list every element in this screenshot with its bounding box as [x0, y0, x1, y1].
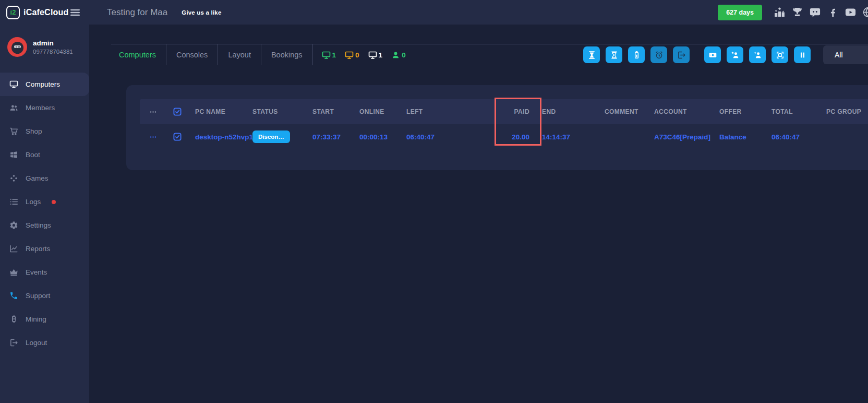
add-member-button[interactable]	[749, 46, 766, 63]
alarm-icon	[655, 51, 664, 60]
ranking-icon[interactable]	[774, 6, 786, 18]
member-actions-group	[704, 46, 811, 63]
logout-icon	[9, 338, 18, 347]
sidebar-item-shop[interactable]: Shop	[0, 120, 89, 143]
avatar	[7, 37, 27, 57]
counter-value: 1	[332, 51, 336, 59]
users-icon	[9, 103, 18, 112]
user-plus-icon	[753, 51, 762, 60]
youtube-icon[interactable]	[845, 6, 857, 18]
pcs-busy-counter[interactable]: 0	[345, 51, 359, 60]
cell-start: 07:33:37	[306, 133, 353, 141]
gear-icon	[9, 221, 18, 230]
sidebar-item-reports[interactable]: Reports	[0, 237, 89, 260]
gamepad-icon	[9, 174, 18, 183]
pause-button[interactable]	[794, 46, 811, 63]
cell-select	[166, 132, 189, 141]
bitcoin-icon	[9, 315, 18, 324]
sidebar-item-logout[interactable]: Logout	[0, 331, 89, 354]
pc-group-filter-select[interactable]: All	[823, 45, 868, 64]
column-header-pc_name: PC NAME	[189, 108, 246, 115]
cell-actions	[140, 133, 166, 141]
monitor-icon	[9, 80, 18, 89]
toolbar: ComputersConsolesLayoutBookings 1010 All	[111, 44, 868, 65]
discord-icon[interactable]	[809, 6, 821, 18]
sidebar-item-label: Settings	[26, 221, 51, 229]
sidebar-item-label: Logout	[26, 339, 47, 347]
hourglass-filled-icon	[587, 51, 596, 60]
cell-left: 06:40:47	[400, 133, 450, 141]
members-online-counter[interactable]: 0	[391, 51, 406, 60]
topbar-right: 627 days	[718, 5, 868, 20]
trophy-icon[interactable]	[791, 6, 803, 18]
sidebar-item-mining[interactable]: Mining	[0, 307, 89, 331]
sidebar-item-events[interactable]: Events	[0, 260, 89, 284]
column-header-left: LEFT	[400, 108, 450, 115]
sign-out-icon	[677, 51, 686, 60]
page-title: Testing for Maa	[107, 7, 167, 18]
row-actions-button[interactable]	[149, 133, 157, 141]
sidebar-item-boot[interactable]: Boot	[0, 143, 89, 167]
cell-end: 14:14:37	[536, 133, 598, 141]
checkout-button[interactable]	[673, 46, 690, 63]
select-all-checkbox[interactable]	[173, 107, 182, 116]
sidebar-item-label: Events	[26, 268, 47, 276]
counter-value: 1	[379, 51, 383, 59]
crown-icon	[9, 268, 18, 277]
row-checkbox[interactable]	[173, 132, 182, 141]
sidebar-item-label: Members	[26, 104, 55, 112]
session-actions-group	[583, 46, 690, 63]
subscription-days-button[interactable]: 627 days	[718, 5, 762, 20]
table-header-row: PC NAMESTATUSSTARTONLINELEFTPAIDENDCOMME…	[140, 99, 868, 124]
sidebar-item-logs[interactable]: Logs	[0, 190, 89, 214]
tab-computers[interactable]: Computers	[111, 44, 166, 65]
sidebar-item-members[interactable]: Members	[0, 96, 89, 120]
sidebar-item-games[interactable]: Games	[0, 167, 89, 190]
phone-icon	[9, 291, 18, 300]
cell-online: 00:00:13	[353, 133, 400, 141]
pcs-offline-counter[interactable]: 1	[368, 51, 383, 60]
tab-consoles[interactable]: Consoles	[166, 44, 218, 65]
toolbar-actions: All	[583, 45, 868, 64]
column-header-start: START	[306, 108, 353, 115]
cell-pc_name: desktop-n52hvp1	[189, 133, 246, 141]
column-header-total: TOTAL	[765, 108, 820, 115]
tab-bar: ComputersConsolesLayoutBookings	[111, 44, 313, 65]
sidebar-nav: ComputersMembersShopBootGamesLogsSetting…	[0, 73, 89, 354]
facebook-icon[interactable]	[827, 6, 839, 18]
column-header-status: STATUS	[246, 108, 306, 115]
pcs-online-counter[interactable]: 1	[322, 51, 336, 60]
status-counters: 1010	[322, 51, 406, 60]
monitor-icon	[368, 51, 377, 60]
user-star-icon	[731, 51, 740, 60]
alarm-button[interactable]	[650, 46, 667, 63]
sidebar: i2 iCafeCloud admin 097778704381 Compute…	[0, 0, 89, 403]
user-name: admin	[33, 39, 73, 47]
cash-icon	[708, 51, 717, 60]
add-time-button[interactable]	[583, 46, 600, 63]
sidebar-item-label: Logs	[26, 198, 41, 206]
topbar: Testing for Maa Give us a like 627 days	[89, 0, 868, 25]
set-time-button[interactable]	[606, 46, 622, 63]
content-area: ComputersConsolesLayoutBookings 1010 All…	[89, 25, 868, 403]
cell-total: 06:40:47	[765, 133, 820, 141]
column-header-comment: COMMENT	[598, 108, 648, 115]
hamburger-menu-icon[interactable]	[69, 7, 81, 18]
battery-icon	[632, 51, 641, 60]
brand-name: iCafeCloud	[23, 8, 68, 17]
sidebar-item-support[interactable]: Support	[0, 284, 89, 307]
brand-logo-icon: i2	[6, 6, 20, 19]
member-login-button[interactable]	[727, 46, 743, 63]
sidebar-item-computers[interactable]: Computers	[0, 73, 89, 96]
cell-offer: Balance	[713, 133, 765, 141]
charge-button[interactable]	[628, 46, 645, 63]
tab-layout[interactable]: Layout	[218, 44, 261, 65]
tab-bookings[interactable]: Bookings	[261, 44, 313, 65]
globe-icon[interactable]	[862, 6, 868, 18]
windows-icon	[9, 150, 18, 159]
screenshot-button[interactable]	[771, 46, 788, 63]
sidebar-item-settings[interactable]: Settings	[0, 214, 89, 237]
header-actions-icon[interactable]	[149, 108, 157, 116]
give-us-a-like-link[interactable]: Give us a like	[182, 9, 221, 16]
cash-button[interactable]	[704, 46, 721, 63]
